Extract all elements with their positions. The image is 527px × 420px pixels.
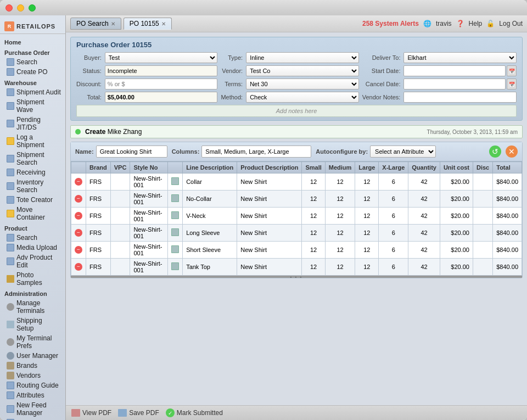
deliver-to-select[interactable]: Elkhart [403, 52, 517, 63]
remove-cell: − [71, 191, 86, 208]
cancel-date-input[interactable] [403, 79, 506, 89]
row-icon[interactable] [171, 245, 179, 253]
sidebar-item-inventory-search[interactable]: Inventory Search [0, 177, 65, 195]
remove-row-btn[interactable]: − [75, 178, 82, 186]
col-unit-cost: Unit cost [440, 162, 473, 173]
sidebar-item-media-upload[interactable]: Media Upload [0, 243, 65, 253]
name-input[interactable] [96, 145, 167, 158]
cancel-date-field: 📅 [403, 79, 517, 89]
add-row-button[interactable]: ↺ [489, 145, 501, 158]
sidebar-item-vendors[interactable]: Vendors [0, 371, 65, 380]
medium-cell: 12 [325, 242, 355, 259]
tab-close-icon[interactable]: ✕ [161, 21, 166, 27]
quantity-cell: 42 [408, 191, 440, 208]
remove-row-btn[interactable]: − [75, 212, 82, 220]
remove-row-btn[interactable]: − [75, 195, 82, 203]
notes-area[interactable]: Add notes here [76, 105, 517, 117]
buyer-select[interactable]: Test [105, 52, 218, 63]
disc-cell [473, 242, 492, 259]
table-row: − FRS New-Shirt-001 V-Neck New Shirt 12 … [71, 208, 522, 225]
sidebar-item-photo-samples[interactable]: Photo Samples [0, 270, 65, 288]
remove-row-btn[interactable]: − [75, 229, 82, 237]
row-icon[interactable] [171, 211, 179, 219]
mark-submitted-button[interactable]: ✓ Mark Submitted [166, 408, 223, 417]
start-date-picker-icon[interactable]: 📅 [507, 65, 517, 76]
columns-group: Columns: [172, 145, 312, 158]
top-bar: PO Search ✕ PO 10155 ✕ 258 System Alerts… [66, 15, 527, 32]
sidebar-item-my-terminal-prefs[interactable]: My Terminal Prefs [0, 333, 65, 351]
bottom-bar: View PDF Save PDF ✓ Mark Submitted [66, 405, 527, 420]
sidebar-item-move-container[interactable]: Move Container [0, 205, 65, 222]
activity-text: Create Mike Zhang [85, 128, 423, 136]
brand-cell: FRS [86, 259, 111, 276]
remove-row-btn[interactable]: − [75, 246, 82, 254]
maximize-button[interactable] [29, 4, 36, 12]
remove-row-btn[interactable]: − [75, 263, 82, 271]
sidebar-item-log-shipment[interactable]: Log a Shipment [0, 132, 65, 150]
sidebar-item-adv-product-edit[interactable]: Adv Product Edit [0, 253, 65, 270]
method-select[interactable]: Check [246, 92, 359, 103]
sidebar-item-po-search[interactable]: Search [0, 57, 65, 67]
tab-po-search[interactable]: PO Search ✕ [70, 18, 121, 30]
row-icon-cell [168, 191, 183, 208]
cancel-date-picker-icon[interactable]: 📅 [507, 79, 517, 89]
sidebar-item-manage-terminals[interactable]: Manage Terminals [0, 298, 65, 316]
globe-icon: 🌐 [423, 20, 431, 27]
sidebar-item-create-po[interactable]: Create PO [0, 67, 65, 77]
sidebar-item-shipping-setup[interactable]: Shipping Setup [0, 316, 65, 333]
sidebar-item-attributes[interactable]: Attributes [0, 390, 65, 400]
table-row: − FRS New-Shirt-001 Short Sleeve New Shi… [71, 242, 522, 259]
save-pdf-button[interactable]: Save PDF [118, 409, 159, 417]
small-cell: 12 [302, 191, 325, 208]
sidebar-item-user-manager[interactable]: User Manager [0, 351, 65, 361]
sidebar-item-shipment-audit[interactable]: Shipment Audit [0, 87, 65, 97]
sidebar-item-pending-jit[interactable]: Pending JIT/DS [0, 115, 65, 132]
type-select[interactable]: Inline [246, 52, 359, 63]
resize-handle[interactable]: • • • [71, 276, 522, 278]
sidebar-item-tote-creator[interactable]: Tote Creator [0, 195, 65, 205]
sidebar-item-feed-manager[interactable]: Feed Manager [0, 418, 65, 420]
logo: R RETAILOPS [0, 18, 65, 34]
row-icon[interactable] [171, 194, 179, 202]
vendor-notes-input[interactable] [403, 92, 517, 103]
row-icon[interactable] [171, 228, 179, 236]
sidebar-item-label: Media Upload [16, 244, 57, 251]
remove-row-button[interactable]: ✕ [506, 145, 518, 158]
xlarge-cell: 6 [379, 242, 408, 259]
medium-cell: 12 [325, 173, 355, 191]
discount-input[interactable] [105, 79, 218, 89]
sidebar-item-routing-guide[interactable]: Routing Guide [0, 380, 65, 390]
list-icon [7, 58, 14, 66]
row-icon[interactable] [171, 262, 179, 270]
sidebar-item-shipment-search[interactable]: Shipment Search [0, 150, 65, 167]
minimize-button[interactable] [17, 4, 24, 12]
sidebar-item-product-search[interactable]: Search [0, 233, 65, 243]
username[interactable]: travis [436, 20, 452, 27]
list-icon [7, 88, 14, 96]
tab-close-icon[interactable]: ✕ [111, 21, 115, 27]
autoconfigure-select[interactable]: Select an Attribute [370, 145, 436, 158]
col-brand: Brand [86, 162, 111, 173]
help-link[interactable]: Help [469, 20, 483, 27]
start-date-input[interactable] [403, 65, 506, 76]
remove-cell: − [71, 259, 86, 276]
truck-icon [7, 321, 14, 328]
view-pdf-button[interactable]: View PDF [71, 409, 111, 417]
row-icon[interactable] [171, 177, 179, 185]
sidebar-section-warehouse: Warehouse [0, 77, 65, 87]
terms-select[interactable]: Net 30 [246, 79, 359, 89]
prod-desc-cell: New Shirt [237, 208, 302, 225]
logout-link[interactable]: Log Out [499, 20, 523, 27]
columns-input[interactable] [201, 145, 311, 158]
activity-icon [75, 129, 81, 135]
sidebar-item-brands[interactable]: Brands [0, 361, 65, 371]
tab-po-10155[interactable]: PO 10155 ✕ [124, 18, 172, 30]
vendor-select[interactable]: Test Co [246, 65, 359, 76]
sidebar-item-receiving[interactable]: Receiving [0, 167, 65, 177]
sidebar-item-shipment-wave[interactable]: Shipment Wave [0, 97, 65, 115]
col-line-desc: Line Description [183, 162, 237, 173]
close-button[interactable] [5, 4, 13, 12]
sidebar-item-new-feed-manager[interactable]: New Feed Manager [0, 400, 65, 418]
sidebar-item-label: Shipment Audit [16, 88, 61, 96]
alerts-count[interactable]: 258 System Alerts [362, 20, 419, 27]
